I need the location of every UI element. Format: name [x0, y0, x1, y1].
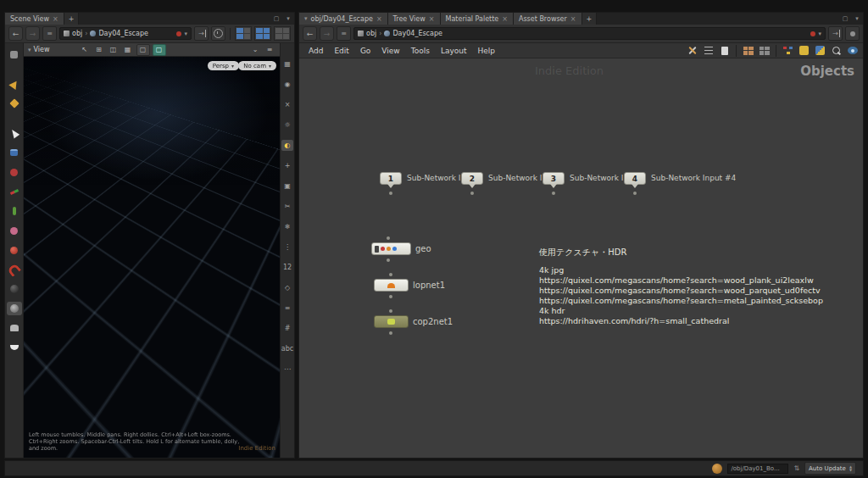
- persp-view-selector[interactable]: Persp ▾: [208, 61, 239, 70]
- tab-tree-view[interactable]: Tree View ×: [388, 13, 441, 25]
- menu-layout[interactable]: Layout: [436, 46, 472, 56]
- close-icon[interactable]: ×: [53, 15, 58, 23]
- header-options-icon[interactable]: ≡: [264, 45, 275, 55]
- copnet-node[interactable]: [374, 315, 409, 328]
- handles-icon[interactable]: [7, 165, 22, 179]
- tab-scene-view[interactable]: Scene View ×: [5, 13, 64, 25]
- add-light-icon[interactable]: +: [281, 160, 293, 171]
- sphere-dark-icon[interactable]: [7, 282, 22, 296]
- back-button[interactable]: ←: [303, 26, 317, 41]
- update-mode-select[interactable]: Auto Update ▲▼: [804, 462, 856, 475]
- new-tab-button[interactable]: +: [64, 13, 80, 25]
- pin-path-button[interactable]: →: [828, 26, 843, 41]
- node-output-connector[interactable]: [389, 295, 392, 298]
- render-flag-icon[interactable]: [381, 247, 385, 251]
- back-button[interactable]: ←: [8, 26, 23, 41]
- cut-plane-icon[interactable]: ✂: [281, 201, 293, 212]
- node-flag-icon[interactable]: [375, 246, 379, 253]
- menu-edit[interactable]: Edit: [329, 46, 353, 56]
- path-dropdown-icon[interactable]: ▾: [184, 31, 187, 37]
- link-group-3-icon[interactable]: [274, 26, 291, 41]
- node-output-connector[interactable]: [633, 192, 637, 195]
- menu-add[interactable]: Add: [303, 46, 328, 56]
- node-input-connector[interactable]: [387, 236, 390, 240]
- subnet-input-3-node[interactable]: 3 Sub-Network I...: [542, 172, 624, 197]
- tab-asset-browser[interactable]: Asset Browser ×: [514, 13, 582, 25]
- tab-material-palette[interactable]: Material Palette ×: [441, 13, 514, 25]
- node-input-connector[interactable]: [389, 273, 392, 276]
- node-input-connector[interactable]: [389, 309, 392, 313]
- overflow-icon[interactable]: ⋯: [281, 364, 293, 375]
- pane-maximize-icon[interactable]: ▢: [270, 13, 282, 25]
- text-overlay-icon[interactable]: abc: [281, 343, 293, 354]
- pin-path-button[interactable]: →: [194, 26, 209, 41]
- subnet-input-badge[interactable]: 1: [380, 172, 402, 185]
- menu-tools[interactable]: Tools: [406, 46, 435, 56]
- visible-only-icon[interactable]: ▦: [122, 45, 134, 55]
- subnet-input-badge[interactable]: 2: [461, 172, 483, 185]
- swap-icon[interactable]: ⇅: [793, 464, 799, 472]
- geo-node[interactable]: [371, 242, 411, 255]
- path-field[interactable]: obj › Day04_Escape ▾: [59, 27, 192, 40]
- points-display-icon[interactable]: ◉: [281, 79, 293, 90]
- headlight-icon[interactable]: ☼: [281, 119, 293, 131]
- snapshot-button[interactable]: [845, 26, 860, 41]
- magnet-icon[interactable]: [7, 263, 22, 276]
- link-group-1-icon[interactable]: [235, 26, 252, 41]
- history-menu-button[interactable]: ≡: [42, 26, 57, 41]
- hip-file-icon[interactable]: [712, 464, 722, 474]
- ragdoll-icon[interactable]: [7, 224, 22, 237]
- parameters-page-icon[interactable]: [718, 45, 731, 57]
- close-icon[interactable]: ×: [570, 15, 576, 23]
- pin-yellow-icon[interactable]: [7, 77, 22, 91]
- close-icon[interactable]: ×: [429, 15, 435, 23]
- select-mode-icon[interactable]: ↖: [79, 45, 91, 55]
- pane-menu-icon[interactable]: ▾: [282, 13, 294, 25]
- path-dropdown-icon[interactable]: ▾: [818, 31, 821, 37]
- disc-icon[interactable]: [7, 302, 22, 315]
- network-overview-icon[interactable]: [782, 45, 794, 57]
- sphere-red-icon[interactable]: [7, 243, 22, 257]
- shaded-mode-icon[interactable]: ◐: [281, 140, 293, 151]
- menu-help[interactable]: Help: [473, 46, 501, 56]
- subnet-input-badge[interactable]: 4: [624, 172, 646, 185]
- node-output-connector[interactable]: [387, 258, 390, 262]
- show-tools-icon[interactable]: [7, 47, 22, 61]
- lopnet-node[interactable]: [374, 279, 409, 292]
- grid-toggle-icon[interactable]: ▦: [281, 58, 293, 69]
- scene-path-field[interactable]: /obj/Day01_Bo...: [727, 464, 788, 474]
- tools-icon[interactable]: [686, 45, 698, 57]
- sticky-note-icon[interactable]: [798, 45, 810, 57]
- subnet-input-1-node[interactable]: 1 Sub-Network I...: [380, 172, 461, 197]
- subnet-input-4-node[interactable]: 4 Sub-Network Input #4: [624, 172, 705, 197]
- camera-selector[interactable]: No cam ▾: [238, 61, 276, 70]
- point-numbers-icon[interactable]: 12: [281, 262, 293, 273]
- search-icon[interactable]: [830, 45, 843, 57]
- marker-yellow-icon[interactable]: [7, 97, 22, 110]
- sort-list-icon[interactable]: [702, 45, 715, 57]
- display-flag-icon[interactable]: [387, 247, 391, 251]
- more-options-icon[interactable]: ⋮: [281, 242, 293, 253]
- header-collapse-icon[interactable]: ⌄: [249, 45, 261, 55]
- node-output-connector[interactable]: [389, 331, 392, 335]
- bowl-icon[interactable]: [7, 341, 22, 354]
- freeze-icon[interactable]: ❄: [281, 221, 293, 232]
- pane-menu-icon[interactable]: ▾: [851, 13, 863, 25]
- link-group-2-icon[interactable]: [254, 26, 271, 41]
- forward-button[interactable]: →: [25, 26, 40, 41]
- close-icon[interactable]: ×: [376, 15, 382, 23]
- snap-toggle[interactable]: ▢: [136, 44, 150, 56]
- viewport-3d[interactable]: Persp ▾ No cam ▾ Left mouse tumbles. Mid…: [24, 57, 280, 458]
- menu-view[interactable]: View: [376, 46, 404, 56]
- axis-icon[interactable]: [7, 185, 22, 198]
- normals-display-icon[interactable]: ◇: [281, 282, 293, 293]
- cloth-icon[interactable]: [7, 321, 22, 335]
- lasso-pick-icon[interactable]: ◫: [108, 45, 120, 55]
- view-menu-caret-icon[interactable]: ▾: [28, 47, 31, 53]
- material-display-icon[interactable]: ▣: [281, 181, 293, 192]
- tab-network-editor[interactable]: ▾ obj/Day04_Escape ×: [299, 13, 388, 25]
- close-icon[interactable]: ×: [502, 15, 508, 23]
- wire-display-icon[interactable]: ≡: [281, 303, 293, 314]
- view-menu[interactable]: View: [34, 46, 50, 53]
- lock-icon[interactable]: [7, 146, 22, 159]
